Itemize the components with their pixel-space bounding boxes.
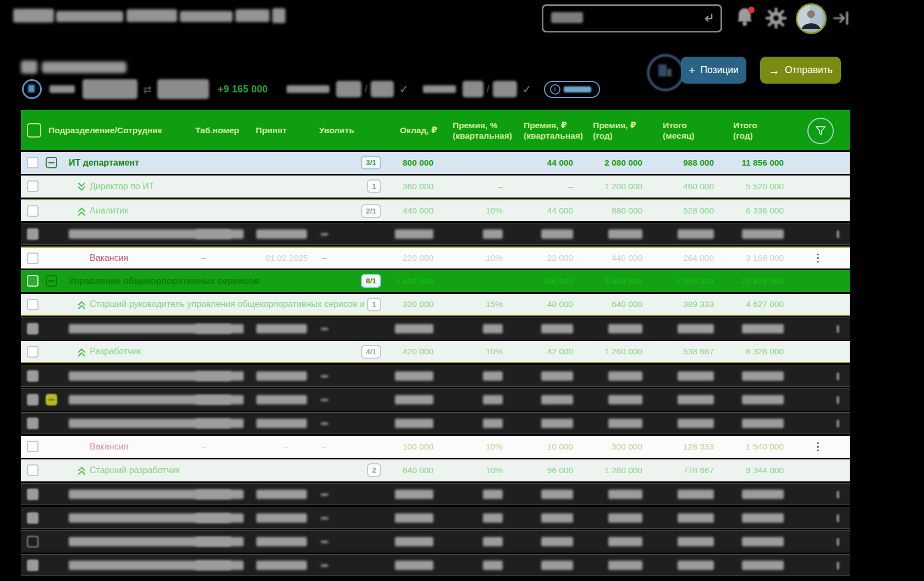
chevrons-up-icon[interactable] [78,466,86,475]
row-checkbox[interactable] [27,157,38,168]
row-checkbox[interactable] [27,253,38,264]
row-checkbox[interactable] [27,370,38,382]
row-checkbox[interactable] [27,299,38,310]
row-checkbox[interactable] [27,441,38,452]
notifications-button[interactable] [736,7,756,29]
select-all-checkbox[interactable] [27,123,41,138]
redacted-text [395,490,433,499]
cell-premium-quarter: 186 000 [542,270,573,292]
headcount-badge: 4/1 [361,345,381,359]
row-checkbox[interactable] [27,489,38,500]
row-checkbox[interactable] [27,205,38,217]
cell-premium-quarter: 44 000 [547,152,573,174]
row-name[interactable]: Управление общекорпоративных сервисов [69,270,259,292]
user-avatar[interactable] [796,3,827,34]
cell-premium-pct: 10% [486,200,503,221]
cell-total-year: 9 344 000 [746,459,784,481]
redacted-text [742,324,784,333]
row-name[interactable]: Разработчик [90,341,141,362]
filter-button[interactable] [807,118,834,144]
cell-salary: 800 000 [403,152,433,174]
row-name[interactable]: Старший разработчик [90,459,180,481]
search-input[interactable] [542,4,722,32]
app-window: ⇄ +9 165 000 / ✓ / ✓ [0,0,924,581]
column-header: Уволить [319,110,354,150]
row-menu-button[interactable] [811,248,824,268]
row-checkbox[interactable] [27,418,38,429]
vacancy-label: Вакансия [90,248,128,268]
row-checkbox[interactable] [27,180,38,192]
row-checkbox[interactable] [27,394,38,405]
table-row [21,388,850,410]
chevrons-up-icon[interactable] [78,300,86,310]
row-fired-date: – [308,248,341,268]
cell-salary: 360 000 [403,176,433,198]
row-checkbox[interactable] [27,228,38,240]
row-name[interactable]: ИТ департамент [69,152,139,174]
page-title-redacted [42,62,127,73]
row-name[interactable]: Старший руководитель управления общекорп… [90,294,375,315]
cell-total-year: 5 520 000 [746,176,784,198]
cell-premium-quarter: 44 000 [547,200,573,221]
cell-salary: 420 000 [403,341,433,362]
row-checkbox[interactable] [27,346,38,358]
collapse-icon[interactable] [46,394,57,405]
redacted-text [195,395,244,404]
redacted-text [195,561,244,570]
redacted-text [837,231,839,238]
collapse-icon[interactable] [46,275,57,287]
collapse-icon[interactable] [46,157,57,168]
redacted-text [541,395,573,404]
status-text-redacted [564,86,591,92]
row-checkbox[interactable] [27,536,38,547]
chevrons-up-icon[interactable] [78,207,86,216]
cell-premium-pct: 10% [486,436,503,458]
plus-icon: + [689,64,695,77]
fund-old-value-redacted [82,79,138,99]
chevrons-down-icon[interactable] [78,182,86,191]
cell-premium-year: 640 000 [612,294,642,315]
redacted-text [256,490,307,499]
redacted-text [195,371,244,381]
redacted-text [678,419,714,428]
redacted-text [321,328,328,330]
column-header: Принят [256,110,287,150]
row-checkbox[interactable] [27,323,38,335]
row-checkbox[interactable] [27,560,38,571]
redacted-text [837,514,839,522]
redacted-text [195,419,244,428]
redacted-text [678,537,714,546]
cell-total-year: 1 540 000 [746,436,784,458]
cell-premium-quarter: 42 000 [547,341,573,362]
cell-premium-year: 1 280 000 [604,459,642,481]
cell-total-month: 528 000 [683,200,714,221]
redacted-text [837,396,839,404]
row-name[interactable]: Директор по ИТ [90,176,154,198]
search-enter-icon[interactable] [702,12,715,25]
chevrons-up-icon[interactable] [78,348,86,357]
settings-button[interactable] [766,8,787,31]
counter-label-redacted [423,85,456,93]
refresh-icon[interactable] [647,54,684,91]
row-name[interactable]: Аналитик [90,200,128,221]
redacted-text [742,513,784,523]
row-checkbox[interactable] [27,275,38,287]
column-header: Итого(месяц) [663,110,694,150]
cell-total-year: 3 168 000 [746,248,784,268]
redacted-text [395,229,433,239]
send-button[interactable]: → Отправить [760,57,841,84]
row-checkbox[interactable] [27,512,38,524]
logout-button[interactable] [832,9,851,30]
redacted-text [395,371,433,381]
cell-premium-quarter: – [568,176,573,198]
check-icon: ✓ [522,83,532,96]
redacted-text [483,395,503,404]
row-menu-button[interactable] [811,436,824,458]
redacted-text [256,371,307,381]
table-row [21,223,850,245]
add-positions-button[interactable]: + Позиции [681,57,746,84]
table-header: Подразделение/СотрудникТаб.номерПринятУв… [21,110,850,150]
cell-total-month: 389 333 [683,294,714,315]
counter-box-redacted [463,81,483,97]
row-checkbox[interactable] [27,464,38,476]
